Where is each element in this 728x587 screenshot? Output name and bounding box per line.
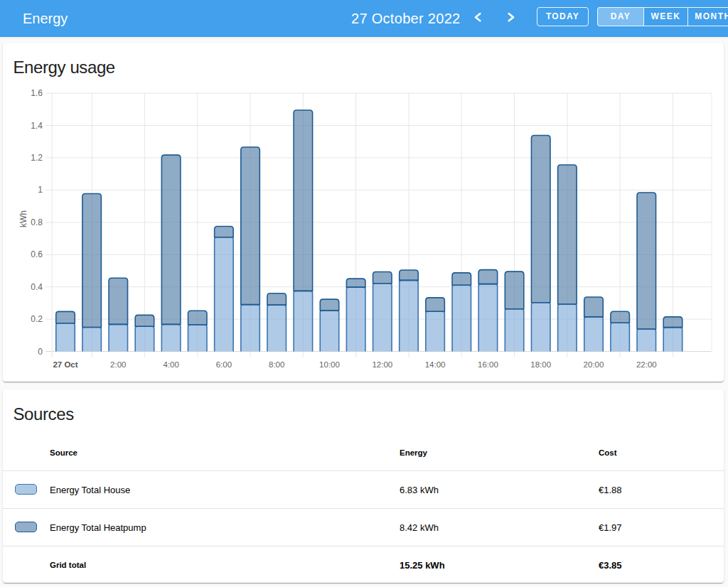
svg-text:20:00: 20:00	[584, 360, 604, 369]
svg-text:2:00: 2:00	[110, 360, 126, 369]
svg-text:0.6: 0.6	[31, 249, 43, 259]
svg-text:1.4: 1.4	[31, 121, 43, 131]
svg-text:0: 0	[38, 347, 43, 357]
svg-text:6:00: 6:00	[216, 360, 232, 369]
svg-text:22:00: 22:00	[636, 360, 657, 369]
svg-text:12:00: 12:00	[372, 360, 392, 369]
svg-text:1.2: 1.2	[31, 153, 43, 163]
svg-text:0.8: 0.8	[31, 217, 43, 227]
svg-text:10:00: 10:00	[319, 360, 340, 369]
svg-text:0.4: 0.4	[31, 282, 43, 292]
svg-text:4:00: 4:00	[163, 360, 178, 369]
svg-text:8:00: 8:00	[269, 360, 284, 369]
svg-text:1: 1	[38, 185, 43, 195]
svg-text:27 Oct: 27 Oct	[53, 360, 77, 369]
svg-text:1.6: 1.6	[31, 88, 43, 98]
svg-text:18:00: 18:00	[530, 360, 551, 369]
svg-text:0.2: 0.2	[31, 314, 43, 324]
svg-text:14:00: 14:00	[425, 360, 446, 369]
svg-text:16:00: 16:00	[478, 360, 498, 369]
svg-text:kWh: kWh	[18, 210, 28, 227]
